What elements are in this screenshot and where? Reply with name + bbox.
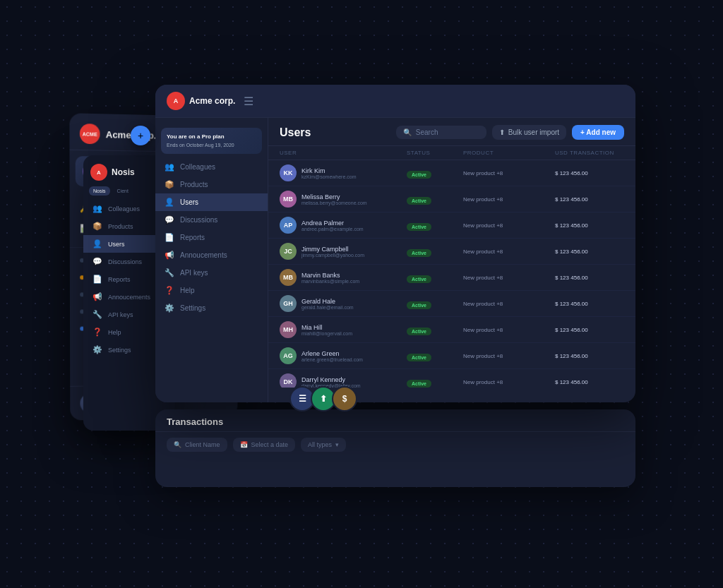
table-row[interactable]: MH Mia Hill miahill@longervail.com Activ… bbox=[268, 317, 635, 343]
users-icon: 👤 bbox=[92, 239, 103, 248]
table-row[interactable]: KK Kirk Kim kzKim@somewhere.com Active N… bbox=[268, 160, 635, 186]
user-cell: MB Melissa Berry melissa.berry@someone.c… bbox=[280, 191, 407, 208]
type-filter[interactable]: All types ▾ bbox=[301, 438, 346, 452]
user-name: Mia Hill bbox=[301, 324, 352, 331]
user-email: kzKim@somewhere.com bbox=[301, 174, 357, 179]
amount-cell: $ 123 456.00 bbox=[555, 275, 635, 281]
bulk-import-button[interactable]: ⬆ Bulk user import bbox=[492, 125, 566, 140]
user-cell: AG Arlene Green arlene.green@truelead.co… bbox=[280, 347, 407, 364]
main-logo-area: A Acme corp. bbox=[167, 92, 235, 110]
tab-cient[interactable]: Cient bbox=[113, 186, 133, 196]
product-cell: New product +8 bbox=[463, 353, 555, 359]
product-cell: New product +8 bbox=[463, 170, 555, 176]
status-cell: Active bbox=[407, 323, 463, 336]
user-name: Melissa Berry bbox=[301, 193, 367, 200]
users-table: KK Kirk Kim kzKim@somewhere.com Active N… bbox=[268, 160, 635, 388]
product-cell: New product +8 bbox=[463, 222, 555, 229]
amount-cell: $ 123 456.00 bbox=[555, 327, 635, 333]
status-badge: Active bbox=[407, 354, 431, 361]
hamburger-icon[interactable]: ☰ bbox=[244, 95, 253, 108]
search-icon: 🔍 bbox=[403, 128, 412, 136]
sidebar-users[interactable]: 👤 Users bbox=[155, 193, 268, 211]
sidebar-announcements[interactable]: 📢 Annoucements bbox=[155, 246, 268, 264]
main-body: Users 🔍 Search ⬆ Bulk user import + Add … bbox=[268, 118, 635, 402]
overlay-avatars: ☰ ⬆ $ bbox=[289, 386, 357, 412]
transactions-filters: 🔍 Client Name 📅 Select a date All types … bbox=[155, 432, 635, 457]
back-logo: ACME bbox=[80, 124, 100, 144]
product-cell: New product +8 bbox=[463, 248, 555, 255]
add-new-button[interactable]: + Add new bbox=[572, 125, 624, 140]
sidebar-promo: You are on a Pro plan Ends on October Au… bbox=[161, 128, 262, 154]
user-email: melissa.berry@someone.com bbox=[301, 200, 367, 205]
client-name-filter[interactable]: 🔍 Client Name bbox=[167, 438, 227, 452]
amount-cell: $ 123 456.00 bbox=[555, 353, 635, 359]
amount-cell: $ 123 456.00 bbox=[555, 379, 635, 385]
table-row[interactable]: MB Melissa Berry melissa.berry@someone.c… bbox=[268, 186, 635, 212]
chevron-down-icon: ▾ bbox=[335, 441, 339, 448]
overlay-avatar-3: $ bbox=[332, 386, 357, 412]
avatar: AP bbox=[280, 217, 297, 234]
sidebar-colleagues[interactable]: 👥 Colleagues bbox=[155, 158, 268, 176]
user-name: Gerald Hale bbox=[301, 298, 354, 305]
user-cell: MH Mia Hill miahill@longervail.com bbox=[280, 321, 407, 338]
user-email: andree.palm@example.com bbox=[301, 227, 364, 232]
table-row[interactable]: GH Gerald Hale gerald.hale@email.com Act… bbox=[268, 291, 635, 317]
reports-icon3: 📄 bbox=[164, 233, 175, 242]
status-cell: Active bbox=[407, 271, 463, 284]
status-badge: Active bbox=[407, 249, 431, 257]
search-input[interactable]: Search bbox=[416, 128, 479, 136]
avatar: GH bbox=[280, 295, 297, 312]
sidebar-products[interactable]: 📦 Products bbox=[155, 176, 268, 193]
sidebar-help[interactable]: ❓ Help bbox=[155, 282, 268, 299]
colleagues-icon2: 👥 bbox=[164, 162, 175, 172]
table-row[interactable]: JC Jimmy Campbell jimmy.campbell@yahoo.c… bbox=[268, 239, 635, 265]
status-cell: Active bbox=[407, 245, 463, 258]
status-cell: Active bbox=[407, 193, 463, 205]
product-cell: New product +8 bbox=[463, 379, 555, 385]
user-cell: MB Marvin Banks marvinbanks@simple.com bbox=[280, 269, 407, 286]
settings-icon: ⚙️ bbox=[92, 345, 103, 354]
header-actions: 🔍 Search ⬆ Bulk user import + Add new bbox=[396, 125, 624, 140]
table-row[interactable]: DK Darryl Kennedy darryl.kennedy@lalley.… bbox=[268, 369, 635, 388]
product-cell: New product +8 bbox=[463, 327, 555, 333]
user-name: Marvin Banks bbox=[301, 272, 359, 279]
transactions-title: Transactions bbox=[155, 409, 635, 432]
status-cell: Active bbox=[407, 297, 463, 310]
avatar: JC bbox=[280, 243, 297, 260]
avatar: MB bbox=[280, 269, 297, 286]
sidebar-discussions[interactable]: 💬 Discussions bbox=[155, 211, 268, 229]
sidebar-reports[interactable]: 📄 Reports bbox=[155, 229, 268, 246]
upload-icon: ⬆ bbox=[499, 128, 505, 136]
help-icon: ❓ bbox=[92, 328, 103, 337]
announcements-icon2: 📢 bbox=[164, 251, 175, 260]
date-filter[interactable]: 📅 Select a date bbox=[233, 438, 296, 452]
sidebar-api[interactable]: 🔧 API keys bbox=[155, 264, 268, 282]
discussions-icon2: 💬 bbox=[164, 215, 175, 224]
status-badge: Active bbox=[407, 301, 431, 309]
status-badge: Active bbox=[407, 197, 431, 205]
colleagues-icon: 👥 bbox=[92, 204, 103, 213]
user-name: Arlene Green bbox=[301, 350, 363, 357]
user-cell: AP Andrea Palmer andree.palm@example.com bbox=[280, 217, 407, 234]
user-name: Darryl Kennedy bbox=[301, 376, 361, 383]
product-cell: New product +8 bbox=[463, 301, 555, 307]
table-row[interactable]: AP Andrea Palmer andree.palm@example.com… bbox=[268, 212, 635, 239]
ls-logo: A bbox=[90, 164, 107, 181]
table-header: User Status Product USD transaction Join… bbox=[268, 146, 635, 160]
search-box[interactable]: 🔍 Search bbox=[396, 126, 486, 139]
users-icon2: 👤 bbox=[164, 198, 175, 207]
main-sidebar: You are on a Pro plan Ends on October Au… bbox=[155, 118, 268, 402]
sidebar-settings[interactable]: ⚙️ Settings bbox=[155, 299, 268, 317]
transactions-panel: Transactions 🔍 Client Name 📅 Select a da… bbox=[155, 409, 635, 487]
user-name: Kirk Kim bbox=[301, 167, 357, 174]
tab-nosis[interactable]: Nosis bbox=[89, 186, 110, 196]
products-icon2: 📦 bbox=[164, 180, 175, 189]
main-panel: A Acme corp. ☰ You are on a Pro plan End… bbox=[155, 85, 635, 402]
settings-icon2: ⚙️ bbox=[164, 304, 175, 313]
user-cell: GH Gerald Hale gerald.hale@email.com bbox=[280, 295, 407, 312]
table-row[interactable]: MB Marvin Banks marvinbanks@simple.com A… bbox=[268, 265, 635, 291]
status-badge: Active bbox=[407, 380, 431, 388]
table-row[interactable]: AG Arlene Green arlene.green@truelead.co… bbox=[268, 343, 635, 369]
api-icon: 🔧 bbox=[92, 310, 103, 319]
status-badge: Active bbox=[407, 223, 431, 231]
